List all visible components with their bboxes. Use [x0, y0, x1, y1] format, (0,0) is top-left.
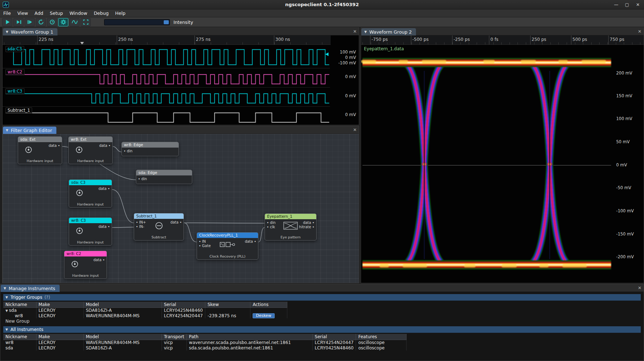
filter-graph-wire[interactable] [113, 146, 121, 152]
collapse-triangle-icon[interactable]: ▼ [6, 30, 8, 34]
node-title[interactable]: wr8: C2 [64, 251, 107, 256]
input-port-gate[interactable]: • Gate [199, 244, 211, 248]
all-instruments-col-serial[interactable]: Serial [312, 334, 356, 340]
node-subtract-1[interactable]: Subtract_1• IN+• IN-data •Subtract [134, 213, 184, 241]
node-title[interactable]: wr8: C3 [69, 218, 112, 223]
refresh-button[interactable] [36, 18, 46, 26]
intensity-slider-grab[interactable] [164, 20, 169, 24]
close-window-button[interactable]: ✕ [632, 0, 643, 9]
minimize-button[interactable]: — [611, 0, 622, 9]
trigger-groups-row[interactable]: ▼ sdaLECROYSDA816ZI-ALCRY0425N48460 [3, 307, 287, 313]
trigger-groups-col-skew[interactable]: Skew [205, 302, 250, 307]
menu-add[interactable]: Add [31, 9, 47, 17]
filter-graph-wire[interactable] [258, 228, 265, 242]
channel-label-subtract-1[interactable]: Subtract_1 [5, 107, 32, 114]
menu-view[interactable]: View [14, 9, 31, 17]
trigger-groups-row[interactable]: wr8LECROYWAVERUNNER8404M-MSLCRY4254N2044… [3, 313, 287, 318]
node-clockrecoverypll-1[interactable]: ClockRecoveryPLL_1• IN• Gatedata •Clock … [197, 232, 258, 260]
node-title[interactable]: sda: Ext [18, 137, 62, 142]
input-port-clk[interactable]: • clk [267, 225, 275, 229]
node-title[interactable]: Eyepattern_1 [265, 214, 316, 219]
wg2-close-icon[interactable]: ✕ [638, 29, 641, 34]
filter-graph-wire[interactable] [112, 190, 134, 223]
waveform-trace[interactable] [5, 50, 329, 65]
node-title[interactable]: wr8: Edge [122, 142, 179, 148]
filter-graph-wire[interactable] [184, 223, 265, 223]
expand-caret-icon[interactable]: ▼ [5, 309, 9, 313]
collapse-triangle-icon[interactable]: ▼ [5, 328, 8, 331]
mi-close-icon[interactable]: ✕ [638, 285, 641, 290]
input-port-in[interactable]: • IN+ [136, 220, 146, 224]
wg1-waveforms[interactable] [3, 35, 359, 125]
trigger-groups-col-model[interactable]: Model [83, 302, 162, 307]
tab-waveform-group-1[interactable]: ▼ Waveform Group 1 [3, 28, 57, 35]
eye-pattern-plot[interactable] [361, 35, 644, 283]
node-wr8-c3[interactable]: wr8: C3data •Hardware input [69, 217, 112, 246]
filter-graph-wire[interactable] [184, 223, 197, 242]
tab-filter-graph-editor[interactable]: ▼ Filter Graph Editor [3, 127, 56, 134]
help-hint[interactable]: (?) [44, 295, 50, 300]
filter-graph-canvas[interactable]: sda: Extdata •Hardware inputwr8: Extdata… [3, 134, 359, 283]
play-single-button[interactable] [13, 18, 23, 26]
trigger-level-arrow[interactable] [325, 52, 329, 56]
collapse-triangle-icon[interactable]: ▼ [4, 286, 6, 290]
input-port-din[interactable]: • din [138, 177, 147, 181]
all-instruments-col-nickname[interactable]: Nickname [3, 334, 36, 340]
output-port-data[interactable]: data • [98, 225, 110, 229]
node-wr8-ext[interactable]: wr8: Extdata •Hardware input [68, 136, 113, 164]
tab-waveform-group-2[interactable]: ▼ Waveform Group 2 [361, 28, 416, 35]
node-title[interactable]: sda: C3 [69, 180, 112, 185]
all-instruments-col-features[interactable]: Features [356, 334, 407, 340]
collapse-triangle-icon[interactable]: ▼ [364, 30, 367, 34]
wg1-close-icon[interactable]: ✕ [353, 29, 357, 34]
trigger-groups-section-header[interactable]: ▼ Trigger Groups (?) [3, 294, 641, 301]
output-port-data[interactable]: data • [99, 144, 111, 148]
menu-setup[interactable]: Setup [47, 9, 66, 17]
filter-graph-wire[interactable] [112, 227, 134, 228]
all-instruments-section-header[interactable]: ▼ All Instruments [3, 326, 641, 333]
node-sda-edge[interactable]: sda: Edge• din [136, 170, 192, 184]
node-title[interactable]: wr8: Ext [69, 137, 112, 142]
node-wr8-c2[interactable]: wr8: C2data •Hardware input [64, 251, 107, 279]
all-instruments-row[interactable]: wr8LECROYWAVERUNNER8404M-MSvicpwaverunne… [3, 340, 407, 345]
trigger-groups-col-serial[interactable]: Serial [162, 302, 205, 307]
node-sda-c3[interactable]: sda: C3data •Hardware input [69, 179, 112, 208]
trigger-groups-col-actions[interactable]: Actions [250, 302, 287, 307]
input-port-din[interactable]: • din [124, 149, 133, 153]
all-instruments-col-make[interactable]: Make [36, 334, 83, 340]
output-port-data[interactable]: data • [245, 239, 256, 243]
trigger-groups-col-make[interactable]: Make [36, 302, 83, 307]
output-port-data[interactable]: data • [170, 220, 182, 224]
output-port-data[interactable]: data • [98, 187, 110, 191]
play-force-button[interactable] [25, 18, 35, 26]
trigger-groups-col-nickname[interactable]: Nickname [3, 302, 36, 307]
play-button[interactable] [2, 18, 12, 26]
fit-button[interactable] [81, 18, 91, 26]
fge-close-icon[interactable]: ✕ [353, 127, 357, 132]
input-port-din[interactable]: • din [267, 221, 276, 225]
node-eyepattern-1[interactable]: Eyepattern_1• din• clkdata •hitrate •Eye… [265, 213, 317, 241]
maximize-button[interactable]: ▢ [622, 0, 632, 9]
menu-window[interactable]: Window [66, 9, 90, 17]
eye-pattern-trace-label[interactable]: Eyepattern_1.data [364, 46, 404, 51]
new-group-row[interactable]: New Group [0, 318, 644, 324]
collapse-triangle-icon[interactable]: ▼ [6, 128, 8, 132]
settings-button[interactable] [58, 18, 68, 26]
collapse-triangle-icon[interactable]: ▼ [5, 296, 8, 299]
node-wr8-edge[interactable]: wr8: Edge• din [121, 142, 179, 156]
all-instruments-col-path[interactable]: Path [186, 334, 312, 340]
menu-help[interactable]: Help [112, 9, 129, 17]
node-title[interactable]: sda: Edge [136, 170, 192, 175]
node-title[interactable]: Subtract_1 [134, 213, 184, 219]
output-port-hitrate[interactable]: hitrate • [299, 225, 314, 229]
output-port-data[interactable]: data • [48, 144, 60, 148]
output-port-data[interactable]: data • [303, 221, 314, 225]
deskew-button[interactable]: Deskew [253, 313, 275, 318]
wg1-plot-area[interactable]: 225 ns250 ns275 ns300 ns sda:C3100 mV0 m… [3, 35, 359, 125]
channel-label-wr8-c3[interactable]: wr8:C3 [5, 88, 25, 94]
wg2-plot-area[interactable]: -750 ps-500 ps-250 ps0 fs250 ps500 ps750… [361, 35, 644, 283]
tab-manage-instruments[interactable]: ▼ Manage Instruments [1, 285, 60, 292]
history-button[interactable] [47, 18, 57, 26]
input-port-in[interactable]: • IN [199, 239, 206, 243]
all-instruments-col-transport[interactable]: Transport [162, 334, 186, 340]
